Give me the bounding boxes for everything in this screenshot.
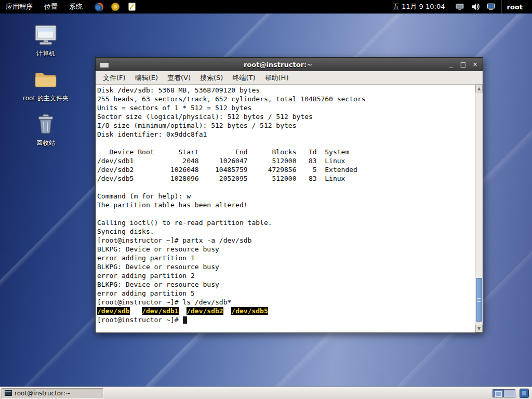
folder-icon — [33, 66, 59, 92]
volume-icon[interactable] — [470, 2, 481, 12]
menu-help[interactable]: 帮助(H) — [261, 72, 293, 84]
terminal-cursor — [183, 316, 187, 324]
window-title: root@instructor:~ — [111, 61, 445, 69]
package-icon[interactable] — [110, 2, 121, 12]
panel-status-area: 五 11月 9 10:04 root — [389, 0, 532, 14]
menu-terminal[interactable]: 终端(T) — [228, 72, 259, 84]
taskbar-window-button[interactable]: root@instructor:~ — [2, 388, 103, 398]
desktop-icon-computer[interactable]: 计算机 — [33, 22, 59, 58]
menu-view[interactable]: 查看(V) — [163, 72, 195, 84]
top-panel: 应用程序 位置 系统 五 11月 9 10:04 — [0, 0, 532, 14]
menu-file[interactable]: 文件(F) — [99, 72, 130, 84]
panel-launchers — [94, 2, 137, 12]
bottom-taskbar: root@instructor:~ — [0, 387, 532, 399]
menu-search[interactable]: 搜索(S) — [196, 72, 227, 84]
applications-menu[interactable]: 应用程序 — [0, 0, 38, 14]
panel-clock[interactable]: 五 11月 9 10:04 — [389, 2, 449, 11]
monitor-icon[interactable] — [486, 2, 496, 12]
trash-icon — [33, 111, 59, 137]
taskbar-right — [493, 389, 532, 398]
close-button[interactable]: × — [470, 59, 481, 70]
maximize-button[interactable]: □ — [458, 59, 469, 70]
scroll-up-icon[interactable]: ▲ — [475, 85, 483, 92]
scroll-down-icon[interactable]: ▼ — [475, 325, 483, 332]
computer-icon — [33, 22, 59, 48]
desktop-icon-label: root 的主文件夹 — [23, 94, 69, 103]
desktop-icon-label: 计算机 — [36, 49, 55, 58]
taskbar-tray-icon[interactable] — [520, 389, 529, 398]
user-switcher[interactable]: root — [501, 0, 528, 14]
terminal-scrollbar[interactable]: ▲ ▼ — [475, 85, 483, 332]
terminal-window: root@instructor:~ _ □ × 文件(F) 编辑(E) 查看(V… — [95, 57, 483, 333]
display-icon[interactable] — [455, 2, 465, 12]
terminal-window-icon — [100, 61, 109, 68]
firefox-icon[interactable] — [94, 2, 104, 12]
minimize-button[interactable]: _ — [446, 59, 457, 70]
desktop-icon-home-folder[interactable]: root 的主文件夹 — [23, 66, 69, 103]
terminal-mini-icon — [5, 390, 12, 396]
desktop-icon-trash[interactable]: 回收站 — [33, 111, 59, 148]
taskbar-window-label: root@instructor:~ — [15, 390, 71, 397]
text-editor-icon[interactable] — [127, 2, 137, 12]
places-menu[interactable]: 位置 — [38, 0, 63, 14]
menu-edit[interactable]: 编辑(E) — [131, 72, 162, 84]
terminal-output: Disk /dev/sdb: 5368 MB, 5368709120 bytes… — [97, 86, 474, 332]
terminal-body: Disk /dev/sdb: 5368 MB, 5368709120 bytes… — [96, 85, 483, 332]
workspace-1[interactable] — [493, 389, 504, 397]
workspace-2[interactable] — [504, 389, 515, 397]
workspace-switcher — [493, 389, 515, 397]
system-menu[interactable]: 系统 — [63, 0, 88, 14]
desktop-icon-label: 回收站 — [36, 139, 55, 148]
terminal-titlebar[interactable]: root@instructor:~ _ □ × — [96, 58, 483, 71]
terminal-menubar: 文件(F) 编辑(E) 查看(V) 搜索(S) 终端(T) 帮助(H) — [96, 71, 483, 85]
desktop-icon-list: 计算机 root 的主文件夹 回收站 — [18, 22, 74, 148]
scrollbar-thumb[interactable] — [476, 278, 482, 322]
